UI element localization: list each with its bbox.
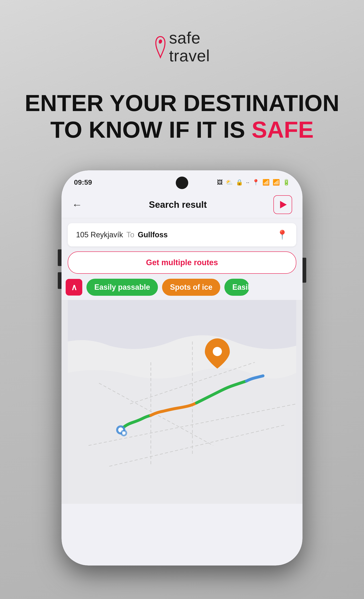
multiple-routes-label: Get multiple routes [146,258,218,267]
logo-area: safe travel [154,29,210,65]
tag-easily-p-label: Easily p [232,283,249,291]
route-to: Gullfoss [138,230,168,239]
phone-frame: 09:59 🖼 ⛅ 🔒 ·· 📍 📶 📶 🔋 ← Search result [61,170,303,565]
headline-safe-word: SAFE [252,117,314,143]
lock-icon: 🔒 [236,179,243,186]
play-button[interactable] [273,195,292,214]
volume-down-button [58,272,61,289]
battery-icon: 🔋 [283,179,290,186]
volume-up-button [58,249,61,266]
headline-line2-text: TO KNOW IF IT IS [50,117,252,143]
route-info: 105 Reykjavík To Gullfoss [76,230,168,239]
wifi-icon: 📶 [262,179,270,186]
tag-spots-of-ice-label: Spots of ice [170,283,212,291]
logo-safe: safe [169,29,210,47]
safe-travel-logo-icon [154,35,167,58]
tag-easily-passable-2[interactable]: Easily p [224,279,249,296]
route-from: 105 Reykjavík [76,230,123,239]
status-time: 09:59 [74,178,92,186]
status-icons: 🖼 ⛅ 🔒 ·· 📍 📶 📶 🔋 [217,179,290,186]
chevron-up-icon: ∧ [71,282,77,292]
weather-icon: ⛅ [226,179,233,186]
map-pin-icon[interactable]: 📍 [277,229,288,240]
signal-icon: 📶 [273,179,280,186]
route-separator: To [127,230,135,239]
headline-line2: TO KNOW IF IT IS SAFE [25,116,339,143]
route-row: 105 Reykjavík To Gullfoss 📍 [68,223,296,247]
collapse-tags-button[interactable]: ∧ [66,279,82,296]
power-button [303,258,306,283]
headline: ENTER YOUR DESTINATION TO KNOW IF IT IS … [8,90,356,143]
page-title: Search result [149,199,207,210]
logo-travel: travel [169,47,210,65]
tag-spots-of-ice[interactable]: Spots of ice [162,279,220,296]
app-header: ← Search result [61,191,303,218]
tag-easily-passable[interactable]: Easily passable [86,279,158,296]
map-svg [61,300,303,504]
map-view [61,300,303,504]
tags-row: ∧ Easily passable Spots of ice Easily p [61,279,303,300]
gallery-icon: 🖼 [217,179,223,186]
svg-point-11 [213,347,222,356]
location-icon: 📍 [252,179,260,186]
multiple-routes-button[interactable]: Get multiple routes [68,251,296,274]
tag-easily-passable-label: Easily passable [94,283,150,291]
more-icon: ·· [246,179,249,186]
headline-line1: ENTER YOUR DESTINATION [25,90,339,117]
back-button[interactable]: ← [72,199,82,211]
logo-text: safe travel [169,29,210,65]
camera-notch [176,176,188,189]
screen-content: ← Search result 105 Reykjavík To Gullfos… [61,191,303,565]
play-icon [280,201,287,208]
svg-point-10 [122,431,126,435]
phone-mockup: 09:59 🖼 ⛅ 🔒 ·· 📍 📶 📶 🔋 ← Search result [61,170,303,565]
